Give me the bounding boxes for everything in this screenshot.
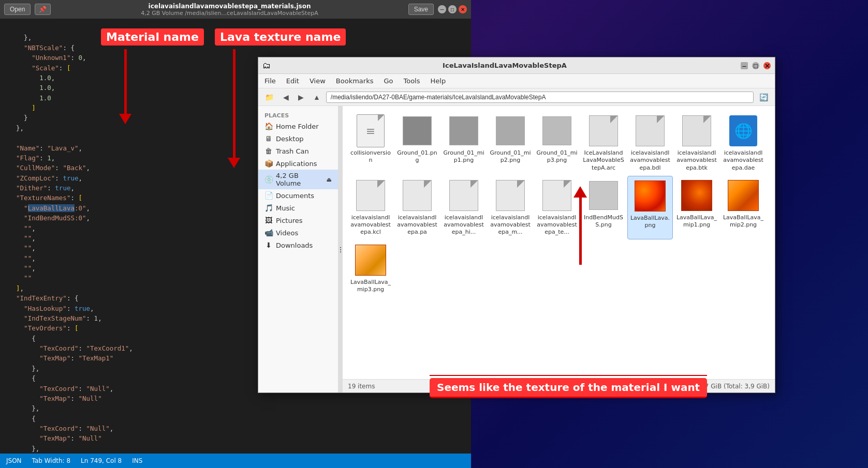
file-ground01-mip3[interactable]: Ground_01_mip3.png [534, 111, 580, 175]
file-icelava-te[interactable]: icelavaislandlavamovablestepa_te... [534, 176, 580, 239]
file-icelava-arc[interactable]: IceLavaIslandLavaMovableStepA.arc [581, 111, 626, 175]
fm-forward-button[interactable]: ▶ [295, 91, 307, 103]
save-button[interactable]: Save [408, 4, 434, 15]
music-label: Music [276, 204, 295, 212]
file-icelava-bdl[interactable]: icelavaislandlavamovablestepa.bdl [627, 111, 673, 175]
trash-label: Trash Can [276, 147, 309, 155]
fm-menubar: File Edit View Bookmarks Go Tools Help [258, 74, 775, 88]
fm-new-folder-button[interactable]: 📁 [261, 91, 277, 103]
close-button[interactable]: ✕ [459, 5, 467, 13]
file-icelava-dae[interactable]: 🌐 icelavaislandlavamovablestepa.dae [720, 111, 766, 175]
lava-mip1-icon [681, 180, 712, 211]
file-label: icelavaislandlavamovablestepa.bdl [629, 149, 671, 172]
menu-view[interactable]: View [307, 76, 328, 86]
open-button[interactable]: Open [4, 4, 31, 15]
file-label: collisionversion [350, 149, 391, 164]
fm-maximize-button[interactable]: □ [752, 62, 759, 69]
format-indicator: JSON [6, 457, 22, 464]
sidebar-item-documents[interactable]: 📄 Documents [258, 189, 338, 202]
file-icelava-btk[interactable]: icelavaislandlavamovablestepa.btk [674, 111, 719, 175]
file-lavaballlava[interactable]: LavaBallLava.png [627, 176, 673, 239]
file-icon-container [494, 114, 527, 147]
file-icon-container: ≡ [354, 114, 387, 147]
volume-label: 4,2 GB Volume [276, 172, 323, 187]
fm-resize-handle[interactable]: ⋮ [339, 106, 343, 392]
maximize-button[interactable]: □ [448, 5, 457, 13]
file-icelava-hi[interactable]: icelavaislandlavamovablestepa_hi... [441, 176, 487, 239]
doc-icon [682, 115, 711, 146]
music-icon: 🎵 [264, 204, 273, 212]
pictures-label: Pictures [276, 217, 302, 224]
file-icon-container [727, 179, 760, 212]
wm-buttons: ─ □ ✕ [438, 5, 467, 13]
file-icon-container [354, 179, 387, 212]
fm-reload-button[interactable]: 🔄 [756, 91, 772, 103]
documents-icon: 📄 [264, 191, 273, 200]
fm-title: IceLavaIslandLavaMovableStepA [273, 62, 737, 69]
fm-up-button[interactable]: ▲ [310, 91, 324, 103]
menu-tools[interactable]: Tools [401, 76, 422, 86]
lava-mip2-icon [728, 180, 759, 211]
file-icelava-kcl[interactable]: icelavaislandlavamovablestepa.kcl [348, 176, 393, 239]
file-collisionversion[interactable]: ≡ collisionversion [348, 111, 393, 175]
file-label: LavaBallLava.png [630, 215, 670, 230]
sidebar-item-home-folder[interactable]: 🏠 Home Folder [258, 120, 338, 132]
edit-mode: INS [132, 457, 142, 464]
file-label: IndBendMudSS.png [583, 214, 624, 229]
editor-statusbar: JSON Tab Width: 8 Ln 749, Col 8 INS [0, 454, 471, 468]
desktop-label: Desktop [276, 135, 304, 143]
eject-icon[interactable]: ⏏ [327, 176, 332, 183]
file-indbendmudss[interactable]: IndBendMudSS.png [581, 176, 626, 239]
file-label: LavaBallLava_mip3.png [350, 279, 391, 294]
sidebar-item-trash-can[interactable]: 🗑 Trash Can [258, 145, 338, 157]
minimize-button[interactable]: ─ [438, 5, 446, 13]
img-icon [449, 116, 478, 145]
menu-help[interactable]: Help [429, 76, 448, 86]
file-icon-container [634, 179, 667, 213]
videos-label: Videos [276, 229, 298, 237]
home-icon: 🏠 [264, 122, 273, 130]
fm-window-icon: 🗂 [262, 61, 271, 70]
sidebar-item-desktop[interactable]: 🖥 Desktop [258, 132, 338, 145]
menu-go[interactable]: Go [381, 76, 395, 86]
sidebar-item-volume[interactable]: 💿 4,2 GB Volume ⏏ [258, 170, 338, 189]
fm-close-button[interactable]: ✕ [763, 62, 771, 69]
file-icon-container [401, 179, 434, 212]
pin-button[interactable]: 📌 [35, 4, 51, 15]
downloads-label: Downloads [276, 241, 313, 249]
file-lavaballlava-mip1[interactable]: LavaBallLava_mip1.png [674, 176, 719, 239]
img-icon [542, 116, 571, 145]
sidebar-item-pictures[interactable]: 🖼 Pictures [258, 214, 338, 227]
file-ground01-mip2[interactable]: Ground_01_mip2.png [488, 111, 533, 175]
home-label: Home Folder [276, 123, 319, 130]
file-ground01[interactable]: Ground_01.png [394, 111, 440, 175]
sidebar-item-downloads[interactable]: ⬇ Downloads [258, 239, 338, 251]
fm-wm-buttons: – □ ✕ [739, 62, 771, 69]
file-icelava-pa[interactable]: icelavaislandlavamovablestepa.pa [394, 176, 440, 239]
file-label: Ground_01.png [396, 149, 438, 164]
doc-icon [589, 115, 618, 146]
fm-minimize-button[interactable]: – [741, 62, 748, 69]
sidebar-item-applications[interactable]: 📦 Applications [258, 157, 338, 170]
fm-files: ≡ collisionversion Ground_01.png [343, 106, 775, 379]
file-manager: 🗂 IceLavaIslandLavaMovableStepA – □ ✕ Fi… [258, 57, 775, 393]
file-icon-container [540, 179, 573, 212]
file-ground01-mip1[interactable]: Ground_01_mip1.png [441, 111, 487, 175]
file-label: LavaBallLava_mip2.png [723, 214, 764, 229]
trash-icon: 🗑 [264, 147, 273, 155]
menu-edit[interactable]: Edit [284, 76, 301, 86]
menu-file[interactable]: File [262, 76, 278, 86]
item-count: 19 items [348, 383, 375, 390]
menu-bookmarks[interactable]: Bookmarks [334, 76, 376, 86]
fm-statusbar: 19 items Free space: 3,7 GiB (Total: 3,9… [343, 379, 775, 392]
file-icelava-m[interactable]: icelavaislandlavamovablestepa_m... [488, 176, 533, 239]
file-lavaballlava-mip2[interactable]: LavaBallLava_mip2.png [720, 176, 766, 239]
sidebar-item-videos[interactable]: 📹 Videos [258, 227, 338, 239]
volume-icon: 💿 [264, 175, 273, 184]
file-label: icelavaislandlavamovablestepa.pa [396, 214, 438, 236]
fm-back-button[interactable]: ◀ [279, 91, 292, 103]
fm-address-input[interactable] [326, 92, 754, 103]
sidebar-item-music[interactable]: 🎵 Music [258, 202, 338, 214]
file-lavaballlava-mip3[interactable]: LavaBallLava_mip3.png [348, 240, 393, 297]
file-icon-container [634, 114, 667, 147]
